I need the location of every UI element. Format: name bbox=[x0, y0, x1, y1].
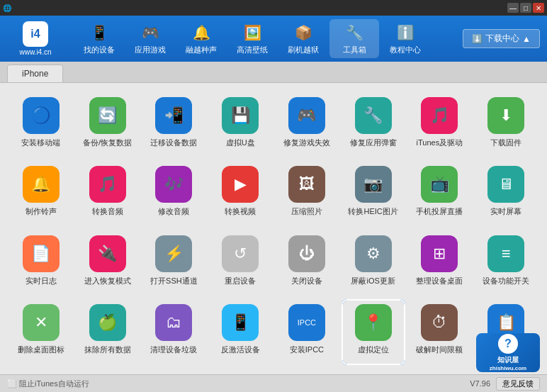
wallpapers-icon: 🖼️ bbox=[242, 23, 262, 43]
download-icon: ⬇️ bbox=[472, 34, 483, 44]
func-switch-icon: ≡ bbox=[487, 235, 524, 272]
convert-audio-label: 转换音频 bbox=[92, 206, 123, 216]
tool-compress-photo[interactable]: 🖼压缩照片 bbox=[276, 162, 337, 225]
download-button[interactable]: ⬇️ 下载中心 ▲ bbox=[463, 29, 540, 48]
tools-label: 工具箱 bbox=[343, 45, 366, 55]
statusbar-right: V7.96 意见反馈 bbox=[470, 377, 540, 391]
func-switch-label: 设备功能开关 bbox=[483, 276, 529, 286]
nav-item-tools[interactable]: 🔧 工具箱 bbox=[329, 19, 379, 58]
nav-item-my-device[interactable]: 📱 找的设备 bbox=[74, 19, 124, 58]
tool-delete-icons[interactable]: ✕删除桌面图标 bbox=[11, 301, 72, 364]
virtual-location-icon: 📍 bbox=[355, 304, 392, 341]
watermark-sub: zhishiwu.com bbox=[490, 365, 526, 371]
tool-fix-apps[interactable]: 🔧修复应用弹窗 bbox=[343, 94, 404, 157]
tool-clean-junk[interactable]: 🗂清理设备垃圾 bbox=[144, 301, 205, 364]
virtual-udisk-label: 虚拟U盘 bbox=[226, 138, 255, 147]
virtual-location-label: 虚拟定位 bbox=[358, 345, 389, 354]
tool-deactivate[interactable]: 📱反激活设备 bbox=[210, 301, 271, 364]
tool-virtual-location[interactable]: 📍虚拟定位 bbox=[343, 301, 404, 364]
nav-item-wallpapers[interactable]: 🖼️ 高清壁纸 bbox=[227, 19, 277, 58]
reboot-device-icon: ↺ bbox=[222, 235, 259, 272]
convert-video-label: 转换视频 bbox=[225, 206, 256, 216]
tool-erase-data[interactable]: 🍏抹除所有数据 bbox=[77, 301, 138, 364]
apps-games-label: 应用游戏 bbox=[135, 45, 166, 55]
backup-icon: 🔄 bbox=[89, 97, 126, 134]
feedback-button[interactable]: 意见反馈 bbox=[496, 377, 540, 391]
download-fw-icon: ⬇ bbox=[487, 97, 524, 134]
statusbar: ⬜ 阻止iTunes自动运行 V7.96 意见反馈 bbox=[0, 374, 547, 392]
itunes-driver-icon: 🎵 bbox=[421, 97, 458, 134]
nav-item-apps-games[interactable]: 🎮 应用游戏 bbox=[125, 19, 175, 58]
unlock-time-label: 破解时间限额 bbox=[416, 345, 463, 354]
apps-games-icon: 🎮 bbox=[140, 23, 160, 43]
tool-unlock-time[interactable]: ⏱破解时间限额 bbox=[410, 301, 470, 364]
nav-item-jailbreak[interactable]: 📦 刷机越狱 bbox=[278, 19, 328, 58]
migrate-icon: 📲 bbox=[155, 97, 192, 134]
tool-convert-video[interactable]: ▶转换视频 bbox=[210, 162, 271, 225]
tool-backup[interactable]: 🔄备份/恢复数据 bbox=[77, 94, 138, 157]
shutdown-device-label: 关闭设备 bbox=[291, 276, 322, 286]
my-device-icon: 📱 bbox=[89, 23, 109, 43]
organize-desktop-label: 整理设备桌面 bbox=[416, 276, 463, 286]
ssh-tunnel-icon: ⚡ bbox=[155, 235, 192, 272]
tool-organize-desktop[interactable]: ⊞整理设备桌面 bbox=[410, 232, 470, 295]
clean-junk-icon: 🗂 bbox=[155, 304, 192, 341]
modify-audio-icon: 🎶 bbox=[155, 166, 192, 203]
nav-item-tutorials[interactable]: ℹ️ 教程中心 bbox=[380, 19, 430, 58]
itunes-status[interactable]: ⬜ 阻止iTunes自动运行 bbox=[7, 379, 89, 389]
tool-make-ringtone[interactable]: 🔔制作铃声 bbox=[11, 162, 72, 225]
delete-icons-label: 删除桌面图标 bbox=[18, 345, 64, 354]
fix-apps-icon: 🔧 bbox=[355, 97, 392, 134]
delete-icons-icon: ✕ bbox=[23, 304, 60, 341]
tool-realtime-log[interactable]: 📄实时日志 bbox=[11, 232, 72, 295]
tabbar: iPhone bbox=[0, 62, 547, 83]
download-fw-label: 下载固件 bbox=[490, 138, 521, 147]
tool-convert-audio[interactable]: 🎵转换音频 bbox=[77, 162, 138, 225]
screen-cast-icon: 📺 bbox=[421, 166, 458, 203]
unlock-time-icon: ⏱ bbox=[421, 304, 458, 341]
main-content: 🔵安装移动端🔄备份/恢复数据📲迁移设备数据💾虚拟U盘🎮修复游戏失效🔧修复应用弹窗… bbox=[0, 83, 547, 374]
download-label: 下载中心 bbox=[485, 33, 519, 45]
make-ringtone-label: 制作铃声 bbox=[26, 206, 57, 216]
wallpapers-label: 高清壁纸 bbox=[237, 45, 268, 55]
fix-games-label: 修复游戏失效 bbox=[283, 138, 330, 147]
tool-install-ipcc[interactable]: IPCC安装IPCC bbox=[276, 301, 337, 364]
tool-modify-audio[interactable]: 🎶修改音频 bbox=[144, 162, 205, 225]
version-text: V7.96 bbox=[470, 379, 490, 388]
header: i4 www.i4.cn 📱 找的设备 🎮 应用游戏 🔔 融越种声 🖼️ 高清壁… bbox=[0, 16, 547, 62]
minimize-button[interactable]: — bbox=[507, 3, 519, 13]
logo-text: www.i4.cn bbox=[19, 48, 51, 56]
tool-real-screen[interactable]: 🖥实时屏幕 bbox=[475, 162, 536, 225]
erase-data-icon: 🍏 bbox=[89, 304, 126, 341]
modify-audio-label: 修改音频 bbox=[158, 206, 189, 216]
update-ios-label: 屏蔽iOS更新 bbox=[351, 276, 395, 286]
tab-iphone[interactable]: iPhone bbox=[7, 65, 63, 82]
tool-screen-cast[interactable]: 📺手机投屏直播 bbox=[410, 162, 470, 225]
tools-icon: 🔧 bbox=[344, 23, 364, 43]
tool-virtual-udisk[interactable]: 💾虚拟U盘 bbox=[210, 94, 271, 157]
tool-convert-heic[interactable]: 📷转换HEIC图片 bbox=[343, 162, 404, 225]
update-ios-icon: ⚙ bbox=[355, 235, 392, 272]
tool-fix-games[interactable]: 🎮修复游戏失效 bbox=[276, 94, 337, 157]
nav-item-ringtones[interactable]: 🔔 融越种声 bbox=[176, 19, 226, 58]
close-button[interactable]: ✕ bbox=[533, 3, 544, 13]
tool-reboot-device[interactable]: ↺重启设备 bbox=[210, 232, 271, 295]
tool-install-app[interactable]: 🔵安装移动端 bbox=[11, 94, 72, 157]
tool-func-switch[interactable]: ≡设备功能开关 bbox=[475, 232, 536, 295]
tool-recovery-mode[interactable]: 🔌进入恢复模式 bbox=[77, 232, 138, 295]
tool-itunes-driver[interactable]: 🎵iTunes及驱动 bbox=[410, 94, 470, 157]
tool-download-fw[interactable]: ⬇下载固件 bbox=[475, 94, 536, 157]
network-status: 🌐 bbox=[3, 4, 11, 12]
tool-ssh-tunnel[interactable]: ⚡打开SSH通道 bbox=[144, 232, 205, 295]
tool-migrate[interactable]: 📲迁移设备数据 bbox=[144, 94, 205, 157]
itunes-driver-label: iTunes及驱动 bbox=[417, 138, 463, 147]
tool-update-ios[interactable]: ⚙屏蔽iOS更新 bbox=[343, 232, 404, 295]
compress-photo-icon: 🖼 bbox=[288, 166, 325, 203]
download-arrow: ▲ bbox=[522, 34, 531, 44]
deactivate-label: 反激活设备 bbox=[221, 345, 260, 354]
clean-junk-label: 清理设备垃圾 bbox=[150, 345, 197, 354]
tool-shutdown-device[interactable]: ⏻关闭设备 bbox=[276, 232, 337, 295]
screen-cast-label: 手机投屏直播 bbox=[416, 206, 463, 216]
maximize-button[interactable]: □ bbox=[520, 3, 531, 13]
realtime-log-label: 实时日志 bbox=[26, 276, 57, 286]
